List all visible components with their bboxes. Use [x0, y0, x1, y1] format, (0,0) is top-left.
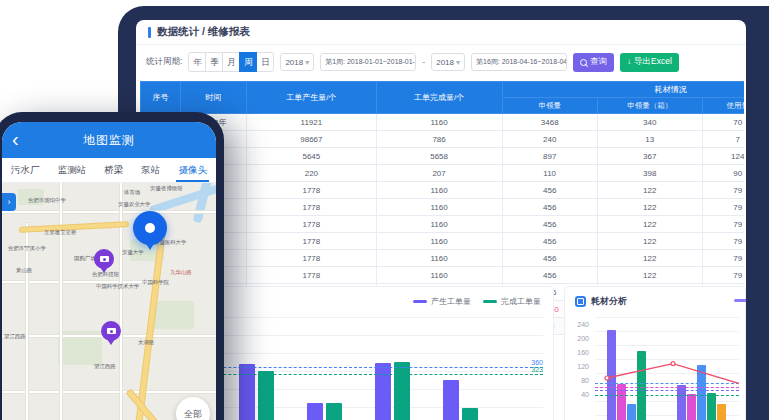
- bar-group: [443, 380, 478, 420]
- map-label: 九华山路: [170, 269, 192, 277]
- table-cell: 110: [502, 165, 597, 182]
- map-label: 中国科学技术大学: [96, 283, 139, 291]
- consumables-chart-card: 耗材分析 2402001601208040: [564, 286, 746, 420]
- charts-row: 产生工单量完成工单量 360323 耗材分析 2402001601208040: [148, 286, 746, 420]
- bar: [627, 404, 636, 420]
- start-year-value: 2018: [285, 58, 303, 67]
- table-row: 298667786240137690: [141, 131, 745, 148]
- phone-screen: ‹ 地图监测 污水厂监测站桥梁泵站摄像头 合肥市琥珀中学体育场安徽农业大学安徽省…: [2, 122, 216, 420]
- bar: [637, 351, 646, 420]
- table-row: 12014年1192111603468340702506: [141, 114, 745, 131]
- bar: [707, 393, 716, 420]
- camera-pin-marker[interactable]: [94, 249, 114, 269]
- start-week-range[interactable]: 第1周: 2018-01-01~2018-01-07: [320, 53, 416, 71]
- camera-pin-marker[interactable]: [101, 321, 121, 341]
- bar: [394, 362, 410, 420]
- end-week-range[interactable]: 第16周: 2018-04-16~2018-04-22: [471, 53, 567, 71]
- bar-group: [607, 330, 646, 420]
- table-cell: 220: [247, 165, 376, 182]
- app-title: 地图监测: [83, 132, 135, 149]
- column-header: 时间: [180, 82, 246, 114]
- map-label: 黄山路: [16, 267, 32, 275]
- tab-泵站[interactable]: 泵站: [139, 158, 162, 182]
- export-excel-button[interactable]: ↓ 导出Excel: [620, 53, 679, 72]
- table-cell: 456: [502, 216, 597, 233]
- y-tick-label: 240: [577, 321, 589, 328]
- filter-label: 统计周期:: [146, 56, 182, 68]
- bar-group: [677, 365, 726, 420]
- tab-监测站[interactable]: 监测站: [56, 158, 89, 182]
- table-cell: 1160: [376, 267, 502, 284]
- tab-摄像头[interactable]: 摄像头: [176, 158, 209, 182]
- map-label: 合肥市琥珀中学: [28, 197, 66, 205]
- dashboard-panel: 数据统计 / 维修报表 统计周期: 年季月周日 2018 ▾ 第1周: 2018…: [136, 20, 746, 420]
- bar: [607, 330, 616, 420]
- average-line: [595, 387, 739, 388]
- table-cell: 398: [597, 165, 702, 182]
- app-header: ‹ 地图监测: [2, 122, 216, 158]
- table-row: 8177811604561227967: [141, 233, 745, 250]
- legend-swatch-icon: [483, 300, 497, 303]
- table-cell: 456: [502, 199, 597, 216]
- bar: [326, 403, 342, 420]
- map-label: 体育场: [124, 189, 140, 197]
- table-cell: 5658: [376, 148, 502, 165]
- table-cell: 122: [597, 250, 702, 267]
- selected-map-marker[interactable]: [133, 211, 167, 245]
- query-button[interactable]: 查询: [573, 53, 614, 72]
- average-line: [595, 390, 739, 391]
- map-river: [193, 183, 213, 223]
- road: [120, 183, 122, 420]
- table-row: 5177811604561227967: [141, 182, 745, 199]
- average-line-label: 323: [531, 366, 543, 373]
- table-cell: 207: [376, 165, 502, 182]
- expand-panel-button[interactable]: ›: [2, 193, 16, 211]
- table-cell: 1160: [376, 182, 502, 199]
- table-row: 6177811604561227967: [141, 199, 745, 216]
- period-option-周[interactable]: 周: [239, 52, 257, 72]
- y-tick-label: 200: [577, 335, 589, 342]
- tab-桥梁[interactable]: 桥梁: [102, 158, 125, 182]
- table-cell: 70: [702, 114, 744, 131]
- table-cell: 456: [502, 267, 597, 284]
- legend-swatch-icon: [413, 300, 427, 303]
- period-segmented-control[interactable]: 年季月周日: [188, 52, 274, 72]
- back-chevron-icon[interactable]: ‹: [12, 126, 19, 152]
- table-cell: 79: [702, 233, 744, 250]
- legend-item: 完成工单量: [483, 296, 541, 307]
- start-year-select[interactable]: 2018 ▾: [280, 53, 314, 71]
- show-all-button[interactable]: 全部: [176, 397, 210, 420]
- map-view[interactable]: 合肥市琥珀中学体育场安徽农业大学安徽省博物馆五里墩立交桥合肥市宁溪小学国购广场安…: [2, 183, 216, 420]
- table-cell: 240: [502, 131, 597, 148]
- column-header: 工单产生量/个: [247, 82, 376, 114]
- bar: [375, 363, 391, 420]
- end-year-select[interactable]: 2018 ▾: [431, 53, 465, 71]
- table-cell: 98667: [247, 131, 376, 148]
- bar: [697, 365, 706, 420]
- sub-column-header: 申领量（箱）: [597, 98, 702, 114]
- table-cell: 3468: [502, 114, 597, 131]
- bar: [239, 364, 255, 420]
- period-option-日[interactable]: 日: [256, 52, 274, 72]
- period-option-季[interactable]: 季: [205, 52, 223, 72]
- camera-icon: [100, 256, 109, 262]
- map-label: 五里墩立交桥: [44, 229, 76, 237]
- table-cell: 897: [502, 148, 597, 165]
- sub-column-header: 申领量: [502, 98, 597, 114]
- period-option-年[interactable]: 年: [188, 52, 206, 72]
- period-option-月[interactable]: 月: [222, 52, 240, 72]
- table-cell: 456: [502, 182, 597, 199]
- download-icon: ↓: [627, 58, 631, 66]
- phone-mockup: ‹ 地图监测 污水厂监测站桥梁泵站摄像头 合肥市琥珀中学体育场安徽农业大学安徽省…: [0, 112, 224, 420]
- road: [2, 391, 216, 393]
- map-label: 安徽省博物馆: [150, 185, 182, 193]
- y-tick-label: 120: [577, 363, 589, 370]
- tab-污水厂[interactable]: 污水厂: [9, 158, 42, 182]
- dropdown-arrow-icon: ▾: [305, 58, 309, 67]
- table-cell: 7: [702, 131, 744, 148]
- export-label: 导出Excel: [634, 56, 672, 68]
- table-cell: 122: [597, 233, 702, 250]
- table-cell: 5645: [247, 148, 376, 165]
- table-row: 9177811604561227967: [141, 250, 745, 267]
- road: [2, 211, 216, 213]
